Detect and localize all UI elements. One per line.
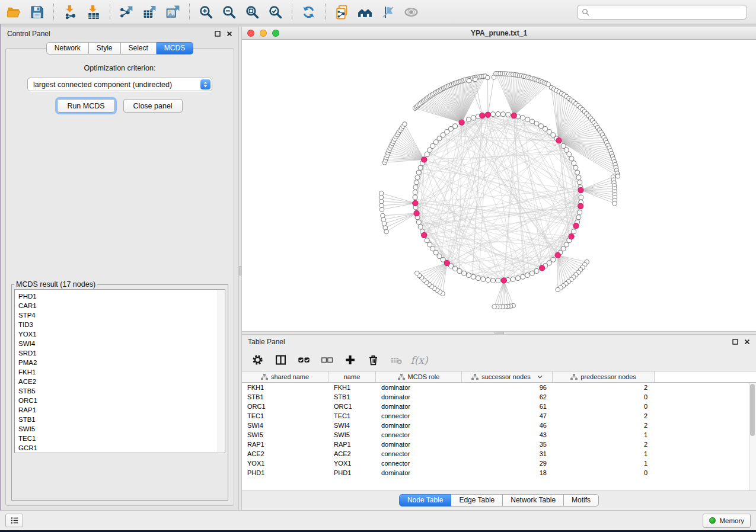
delete-table-button[interactable]	[389, 352, 403, 368]
show-graphics-details-button[interactable]	[400, 2, 423, 22]
zoom-out-icon	[222, 5, 237, 20]
deselect-all-rows-button[interactable]	[320, 352, 334, 368]
successor-nodes-cell: 35	[462, 440, 553, 449]
mcds-result-item[interactable]: ORC1	[18, 396, 216, 405]
network-graph[interactable]	[242, 40, 756, 331]
export-image-button[interactable]	[161, 2, 184, 22]
name-cell: PHD1	[328, 468, 376, 477]
mcds-result-item[interactable]: SWI5	[18, 424, 216, 434]
close-panel-button[interactable]: Close panel	[123, 99, 183, 113]
import-network-button[interactable]	[59, 2, 82, 22]
mcds-result-item[interactable]: STP4	[18, 310, 216, 320]
add-column-button[interactable]	[343, 352, 357, 368]
export-table-button[interactable]	[138, 2, 161, 22]
search-box[interactable]	[577, 5, 747, 20]
zoom-in-button[interactable]	[194, 2, 218, 22]
export-network-button[interactable]	[115, 2, 138, 22]
import-table-button[interactable]	[82, 2, 105, 22]
refresh-layout-button[interactable]	[297, 2, 320, 22]
mcds-result-item[interactable]: STB5	[18, 386, 216, 396]
mcds-result-list[interactable]: PHD1CAR1STP4TID3YOX1SWI4SRD1PMA2FKH1ACE2…	[14, 289, 225, 453]
close-panel-icon[interactable]	[226, 31, 232, 37]
table-row[interactable]: TEC1TEC1connector472	[242, 411, 749, 421]
mcds-result-item[interactable]: PMA2	[18, 358, 216, 367]
save-session-button[interactable]	[25, 2, 49, 22]
table-splitter[interactable]	[242, 331, 756, 335]
column-type-icon	[570, 374, 578, 380]
mcds-result-item[interactable]: SWI4	[18, 339, 216, 348]
select-all-rows-icon	[298, 354, 310, 366]
table-row[interactable]: SWI4SWI4dominator462	[242, 421, 749, 430]
tab-style[interactable]: Style	[89, 42, 121, 55]
zoom-out-button[interactable]	[218, 2, 241, 22]
run-mcds-button[interactable]: Run MCDS	[57, 99, 114, 113]
mcds-result-item[interactable]: SRD1	[18, 348, 216, 358]
mcds-result-item[interactable]: PHD1	[18, 291, 216, 301]
table-row[interactable]: YOX1YOX1connector291	[242, 459, 749, 468]
hide-graphics-details-button[interactable]	[377, 2, 400, 22]
window-traffic-lights	[247, 30, 279, 37]
zoom-selected-button[interactable]	[264, 2, 287, 22]
float-panel-icon[interactable]	[732, 339, 738, 345]
mcds-result-item[interactable]: STB1	[18, 415, 216, 424]
maximize-window-icon[interactable]	[272, 30, 279, 37]
tab-edge-table[interactable]: Edge Table	[451, 494, 503, 507]
minimize-window-icon[interactable]	[260, 30, 267, 37]
table-splitter-handle[interactable]	[495, 332, 504, 334]
memory-button[interactable]: Memory	[703, 514, 751, 528]
mcds-result-item[interactable]: TEC1	[18, 434, 216, 443]
tab-node-table[interactable]: Node Table	[399, 494, 452, 507]
zoom-fit-button[interactable]	[241, 2, 264, 22]
table-scrollbar[interactable]	[749, 383, 756, 491]
tab-motifs[interactable]: Motifs	[564, 494, 599, 507]
float-panel-icon[interactable]	[214, 31, 221, 37]
column-header[interactable]: MCDS role	[376, 371, 462, 382]
search-input[interactable]	[592, 8, 743, 16]
row-filler	[655, 392, 749, 402]
open-file-button[interactable]	[2, 2, 25, 22]
delete-column-button[interactable]	[366, 352, 380, 368]
function-builder-button[interactable]: f(x)	[412, 352, 426, 368]
mcds-result-item[interactable]: TID3	[18, 320, 216, 329]
table-settings-button[interactable]	[250, 352, 264, 368]
table-row[interactable]: SWI5SWI5connector431	[242, 430, 749, 440]
table-row[interactable]: ORC1ORC1dominator610	[242, 402, 749, 411]
mcds-result-item[interactable]: ACE2	[18, 377, 216, 386]
scrollbar-thumb[interactable]	[750, 384, 755, 436]
tab-mcds[interactable]: MCDS	[157, 42, 193, 55]
add-column-icon	[344, 354, 356, 366]
column-header[interactable]: successor nodes	[462, 371, 553, 382]
mcds-result-item[interactable]: FKH1	[18, 367, 216, 377]
task-history-button[interactable]	[5, 514, 23, 527]
table-row[interactable]: FKH1FKH1dominator962	[242, 383, 749, 392]
mcds-result-item[interactable]: CAR1	[18, 301, 216, 310]
table-row[interactable]: ACE2ACE2connector311	[242, 449, 749, 459]
tab-network[interactable]: Network	[46, 42, 89, 55]
close-panel-icon[interactable]	[744, 339, 750, 345]
table-row[interactable]: STB1STB1dominator620	[242, 392, 749, 402]
column-header[interactable]: shared name	[242, 371, 328, 382]
table-row[interactable]: PHD1PHD1dominator180	[242, 468, 749, 477]
criterion-dropdown[interactable]: largest connected component (undirected)	[27, 78, 212, 91]
column-header[interactable]: name	[328, 371, 376, 382]
column-header-label: MCDS role	[408, 373, 440, 380]
network-window: YPA_prune.txt_1	[242, 27, 756, 331]
mcds-result-item[interactable]: RAP1	[18, 405, 216, 415]
predecessor-nodes-cell: 2	[553, 411, 655, 421]
table-row[interactable]: RAP1RAP1dominator352	[242, 440, 749, 449]
tab-network-table[interactable]: Network Table	[503, 494, 564, 507]
new-network-from-selection-button[interactable]	[330, 2, 353, 22]
network-canvas[interactable]	[242, 40, 756, 331]
column-header[interactable]: predecessor nodes	[553, 371, 655, 382]
mcds-result-item[interactable]: GCR1	[18, 443, 216, 453]
hide-graphics-details-icon	[381, 5, 395, 20]
splitter-handle[interactable]	[239, 266, 241, 275]
list-scrollbar[interactable]	[218, 290, 224, 452]
select-all-rows-button[interactable]	[296, 352, 311, 368]
mcds-result-item[interactable]: YOX1	[18, 329, 216, 339]
first-neighbors-button[interactable]	[353, 2, 377, 22]
close-window-icon[interactable]	[247, 30, 254, 37]
tab-select[interactable]: Select	[121, 42, 157, 55]
toggle-column-panel-button[interactable]	[273, 352, 288, 368]
mcds-role-cell: dominator	[376, 468, 462, 477]
